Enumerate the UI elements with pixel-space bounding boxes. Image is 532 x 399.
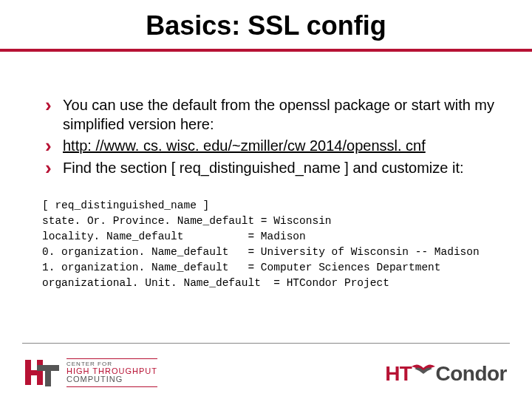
slide-title: Basics: SSL config xyxy=(0,0,532,41)
footer-rule xyxy=(22,343,510,344)
code-line: locality. Name_default = Madison xyxy=(42,231,306,242)
code-line: 0. organization. Name_default = Universi… xyxy=(42,246,480,258)
footer: CENTER FOR HIGH THROUGHPUT COMPUTING HT … xyxy=(0,343,532,387)
htcondor-rest: ondor xyxy=(450,362,507,386)
code-line: state. Or. Province. Name_default = Wisc… xyxy=(42,215,332,227)
bullet-item: Find the section [ req_distinguished_nam… xyxy=(41,159,502,178)
code-line: 1. organization. Name_default = Computer… xyxy=(42,262,441,273)
code-line: organizational. Unit. Name_default = HTC… xyxy=(42,277,389,289)
chtc-mark-icon xyxy=(25,358,59,386)
htcondor-ht: HT xyxy=(385,362,412,386)
slide-body: You can use the default from the openssl… xyxy=(0,52,532,291)
chtc-text: CENTER FOR HIGH THROUGHPUT COMPUTING xyxy=(66,358,157,387)
htcondor-c: C xyxy=(435,362,450,386)
chtc-line3: COMPUTING xyxy=(66,375,157,384)
condor-icon xyxy=(410,362,437,377)
code-block: [ req_distinguished_name ] state. Or. Pr… xyxy=(42,198,502,291)
bullet-item: You can use the default from the openssl… xyxy=(41,96,502,134)
bullet-item: http: //www. cs. wisc. edu/~zmiller/cw 2… xyxy=(41,137,502,156)
bullet-list: You can use the default from the openssl… xyxy=(41,96,502,177)
link[interactable]: http: //www. cs. wisc. edu/~zmiller/cw 2… xyxy=(63,137,426,154)
logo-htcondor: HT Condor xyxy=(385,362,507,386)
logo-chtc: CENTER FOR HIGH THROUGHPUT COMPUTING xyxy=(25,358,157,387)
code-line: [ req_distinguished_name ] xyxy=(42,200,209,211)
